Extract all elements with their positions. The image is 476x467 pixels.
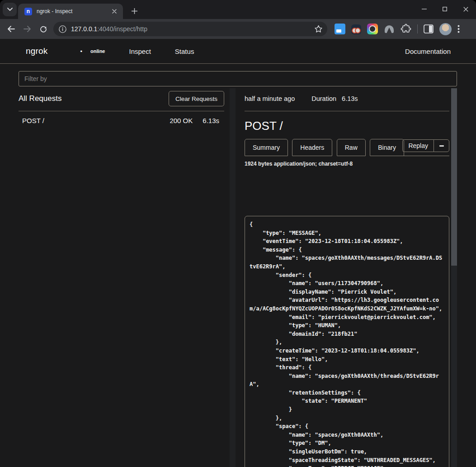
url-text[interactable]: 127.0.0.1:4040/inspect/http	[71, 25, 314, 33]
browser-titlebar: n ngrok - Inspect	[0, 0, 476, 19]
url-path: :4040/inspect/http	[97, 25, 147, 33]
address-bar[interactable]: 127.0.0.1:4040/inspect/http	[53, 22, 327, 36]
tunnel-status-badge: online	[90, 48, 105, 54]
ngrok-logo[interactable]: ngrok	[26, 46, 48, 56]
minimize-icon	[422, 9, 427, 10]
status-dot-icon: •	[80, 48, 83, 55]
nav-status[interactable]: Status	[175, 48, 194, 55]
window-controls	[414, 0, 476, 18]
detail-scrollbar[interactable]	[451, 88, 457, 467]
browser-toolbar: 127.0.0.1:4040/inspect/http	[0, 19, 476, 39]
nav-inspect[interactable]: Inspect	[129, 48, 151, 55]
goggles-extension-icon[interactable]	[351, 24, 361, 34]
tab-raw[interactable]: Raw	[337, 139, 366, 156]
request-method-path: POST /	[22, 117, 170, 124]
tab-summary[interactable]: Summary	[245, 139, 288, 156]
request-title: POST /	[245, 119, 449, 133]
maximize-icon	[443, 7, 447, 11]
arc-extension-icon[interactable]	[384, 24, 395, 34]
request-duration: 6.13s	[203, 117, 219, 124]
detail-divider	[245, 111, 449, 111]
duration-label: Duration	[311, 95, 336, 102]
all-requests-title: All Requests	[19, 94, 61, 103]
request-body-panel: { "type": "MESSAGE", "eventTime": "2023-…	[245, 216, 449, 467]
extensions-puzzle-icon[interactable]	[401, 24, 411, 34]
browser-window: n ngrok - Inspect	[0, 0, 476, 467]
detail-tabs: Summary Headers Raw Binary Replay	[245, 139, 449, 156]
kebab-menu-icon[interactable]	[457, 25, 460, 33]
forward-arrow-icon	[24, 26, 31, 32]
plus-icon	[132, 8, 137, 14]
ngrok-favicon-icon: n	[24, 8, 32, 15]
content-meta: 1924 bytes application/json; charset=utf…	[245, 161, 449, 167]
new-tab-button[interactable]	[128, 5, 141, 17]
url-host: 127.0.0.1	[71, 25, 97, 33]
side-panel-icon[interactable]	[424, 24, 434, 33]
request-detail-panel: half a minute ago Duration 6.13s POST / …	[245, 90, 449, 167]
request-list-panel: All Requests Clear Requests POST / 200 O…	[19, 90, 224, 129]
ngrok-header: ngrok • online Inspect Status Documentat…	[0, 39, 476, 64]
request-body-json: { "type": "MESSAGE", "eventTime": "2023-…	[250, 220, 444, 467]
tab-close-button[interactable]	[110, 7, 118, 15]
reload-icon	[40, 25, 47, 33]
duration-value: 6.13s	[342, 95, 358, 102]
forward-button[interactable]	[20, 22, 34, 36]
documentation-link[interactable]: Documentation	[405, 48, 451, 55]
close-icon	[112, 9, 117, 14]
bookmark-star-icon[interactable]	[314, 25, 323, 33]
chevron-down-icon	[7, 8, 13, 11]
request-list: POST / 200 OK 6.13s	[19, 111, 224, 129]
close-icon	[463, 7, 468, 12]
tab-binary[interactable]: Binary	[370, 139, 404, 156]
request-row[interactable]: POST / 200 OK 6.13s	[19, 111, 224, 129]
request-status: 200 OK	[170, 117, 193, 124]
replay-dropdown-button[interactable]	[434, 139, 449, 152]
clear-requests-button[interactable]: Clear Requests	[169, 91, 224, 106]
windows-extension-icon[interactable]	[335, 24, 345, 34]
toolbar-separator	[417, 24, 418, 33]
browser-tab[interactable]: n ngrok - Inspect	[18, 4, 123, 19]
profile-avatar[interactable]	[439, 23, 452, 35]
close-window-button[interactable]	[455, 0, 476, 18]
site-info-icon[interactable]	[59, 25, 66, 33]
filter-input[interactable]	[19, 71, 457, 86]
minimize-button[interactable]	[414, 0, 434, 18]
request-list-scrollbar[interactable]	[230, 88, 236, 467]
tab-search-button[interactable]	[3, 3, 17, 16]
request-list-header: All Requests Clear Requests	[19, 90, 224, 108]
ngrok-inspect-page: ngrok • online Inspect Status Documentat…	[0, 39, 476, 467]
replay-dropdown-icon	[439, 145, 444, 147]
replay-button[interactable]: Replay	[402, 139, 434, 152]
request-detail-meta: half a minute ago Duration 6.13s	[245, 90, 449, 108]
detail-scrollbar-thumb[interactable]	[451, 88, 457, 266]
tab-title: ngrok - Inspect	[37, 8, 110, 14]
extensions-row	[335, 23, 460, 35]
reload-button[interactable]	[36, 22, 51, 36]
request-time-ago: half a minute ago	[245, 95, 295, 102]
tab-headers[interactable]: Headers	[292, 139, 332, 156]
back-button[interactable]	[4, 22, 18, 36]
back-arrow-icon	[7, 26, 15, 32]
replay-split-button: Replay	[402, 139, 449, 152]
maximize-button[interactable]	[434, 0, 455, 18]
camera-lens-extension-icon[interactable]	[367, 24, 378, 34]
